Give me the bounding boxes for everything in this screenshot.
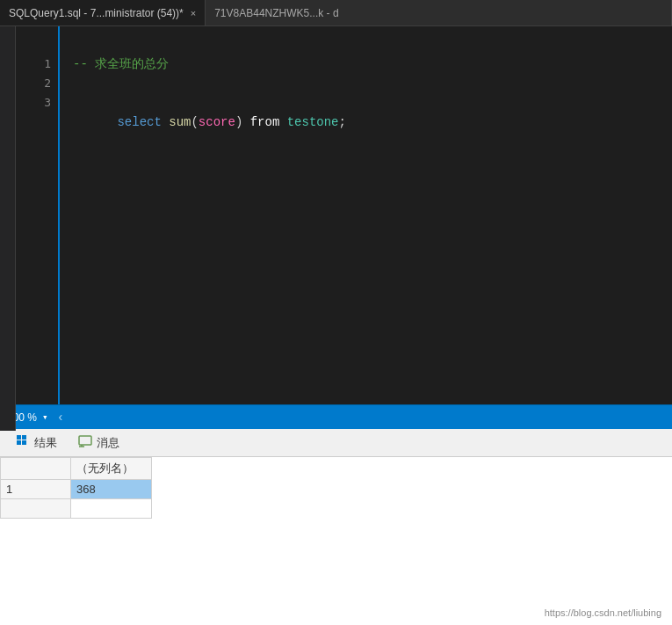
table-row-empty (1, 499, 152, 519)
code-line-2 (73, 74, 659, 93)
watermark: https://blog.csdn.net/liubing (545, 607, 661, 618)
tab-bar: SQLQuery1.sql - 7...ministrator (54))* ×… (0, 0, 672, 26)
cell-empty (71, 499, 152, 519)
row-num-1: 1 (1, 480, 71, 499)
tab-active[interactable]: SQLQuery1.sql - 7...ministrator (54))* × (0, 0, 206, 25)
result-table: （无列名） 1 368 (0, 457, 672, 625)
inactive-tab-label: 71V8AB44NZHWK5...k - d (214, 7, 338, 19)
line-num-2: 2 (44, 74, 51, 93)
code-line-sql: select sum(score) from testone; (73, 93, 659, 151)
tab-results[interactable]: 结果 (7, 431, 66, 454)
row-num-empty (1, 499, 71, 519)
results-panel: 结果 消息 （无列名） 1 (0, 429, 672, 625)
grid-icon (16, 434, 30, 451)
tab-messages-label: 消息 (97, 435, 119, 451)
col-score: score (199, 115, 235, 129)
keyword-from: from (250, 115, 287, 129)
editor-area: 1 2 3 -- 求全班的总分 select sum(score) from t… (0, 26, 672, 404)
svg-rect-3 (22, 440, 26, 445)
line-num-3: 3 (44, 93, 51, 113)
col-header-no-name: （无列名） (71, 458, 152, 480)
tab-messages[interactable]: 消息 (69, 432, 128, 454)
code-area[interactable]: -- 求全班的总分 select sum(score) from testone… (60, 26, 672, 404)
row-num-header (1, 458, 71, 480)
table-row-1: 1 368 (1, 480, 152, 499)
paren-close: ) (235, 115, 250, 129)
line-num-1: 1 (44, 55, 51, 74)
active-tab-label: SQLQuery1.sql - 7...ministrator (54))* (9, 7, 184, 19)
line-gutter: 1 2 3 (16, 26, 60, 404)
results-tabs: 结果 消息 (0, 429, 672, 457)
line-num-blank (44, 35, 51, 55)
code-line-comment: -- 求全班的总分 (73, 55, 659, 74)
cell-value-368[interactable]: 368 (71, 480, 152, 499)
zoom-nav-icon[interactable]: ‹ (57, 411, 64, 425)
svg-rect-0 (17, 435, 21, 440)
function-sum: sum (169, 115, 191, 129)
semicolon: ; (339, 115, 346, 129)
tab-inactive[interactable]: 71V8AB44NZHWK5...k - d (206, 0, 672, 25)
svg-rect-1 (22, 435, 26, 440)
tab-results-label: 结果 (34, 435, 57, 451)
table-name: testone (287, 115, 339, 129)
svg-rect-2 (17, 440, 21, 445)
left-sidebar (0, 26, 16, 431)
keyword-select: select (117, 115, 169, 129)
zoom-bar: 100 % ▾ ‹ (0, 404, 672, 429)
close-tab-button[interactable]: × (191, 8, 196, 18)
msg-icon (78, 435, 92, 450)
code-line-blank (73, 35, 659, 55)
svg-rect-4 (79, 436, 91, 445)
paren-open: ( (191, 115, 198, 129)
zoom-dropdown-icon[interactable]: ▾ (42, 411, 48, 423)
